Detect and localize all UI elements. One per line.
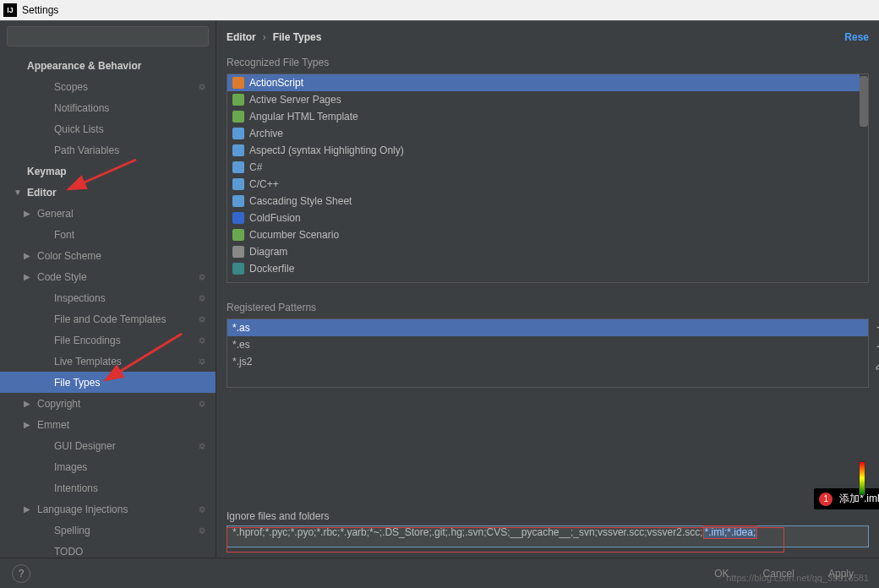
sidebar-item[interactable]: ▶Color Scheme — [0, 245, 216, 266]
chevron-icon: ▶ — [24, 272, 35, 281]
file-type-icon — [232, 212, 244, 224]
sidebar-item[interactable]: Inspections⛭ — [0, 287, 216, 308]
gear-icon: ⛭ — [198, 335, 207, 346]
sidebar-item[interactable]: Appearance & Behavior — [0, 55, 216, 76]
breadcrumb-sep: › — [263, 31, 266, 43]
gear-icon: ⛭ — [198, 441, 207, 451]
pattern-row[interactable]: *.js2 — [227, 353, 868, 370]
file-type-row[interactable]: C/C++ — [227, 176, 868, 193]
sidebar-item[interactable]: File Encodings⛭ — [0, 329, 216, 351]
sidebar-item[interactable]: Font — [0, 224, 216, 245]
edit-button[interactable] — [871, 356, 879, 374]
sidebar-item[interactable]: ▶Copyright⛭ — [0, 393, 216, 414]
file-type-row[interactable]: AspectJ (syntax Highlighting Only) — [227, 142, 868, 159]
window-title: Settings — [22, 4, 58, 16]
patterns-label: Registered Patterns — [216, 298, 879, 318]
file-type-row[interactable]: Active Server Pages — [227, 91, 868, 108]
file-type-label: Diagram — [249, 246, 287, 258]
sidebar-item[interactable]: ▶Language Injections⛭ — [0, 498, 216, 520]
file-type-row[interactable]: Diagram — [227, 243, 868, 260]
sidebar-item[interactable]: ▶Code Style⛭ — [0, 266, 216, 287]
settings-tree[interactable]: Appearance & BehaviorScopes⛭Notification… — [0, 52, 216, 558]
annotation-number: 1 — [819, 493, 833, 506]
content-area: Appearance & BehaviorScopes⛭Notification… — [0, 20, 879, 558]
title-bar: IJ Settings — [0, 0, 879, 20]
sidebar-item-label: Emmet — [37, 419, 69, 431]
app-icon: IJ — [3, 3, 17, 17]
file-type-row[interactable]: Dockerfile — [227, 260, 868, 277]
pattern-row[interactable]: *.as — [227, 319, 868, 336]
file-type-icon — [232, 263, 244, 275]
sidebar-item-label: GUI Designer — [54, 440, 116, 452]
gear-icon: ⛭ — [198, 293, 207, 303]
pattern-row[interactable]: *.es — [227, 336, 868, 353]
file-type-label: Cascading Style Sheet — [249, 195, 352, 207]
file-type-row[interactable]: ActionScript — [227, 74, 868, 91]
breadcrumb-root[interactable]: Editor — [227, 31, 256, 43]
file-type-icon — [232, 195, 244, 207]
reset-link[interactable]: Rese — [844, 31, 869, 43]
file-type-row[interactable]: Cucumber Scenario — [227, 226, 868, 243]
scrollbar[interactable] — [860, 74, 868, 282]
pattern-label: *.as — [232, 322, 250, 334]
sidebar-item-label: Quick Lists — [54, 123, 104, 135]
file-type-label: Dockerfile — [249, 263, 294, 275]
file-type-icon — [232, 229, 244, 241]
file-type-icon — [232, 178, 244, 190]
file-types-list[interactable]: ActionScriptActive Server PagesAngular H… — [227, 74, 869, 283]
patterns-list[interactable]: *.as*.es*.js2 + − — [227, 318, 869, 388]
sidebar-item-label: Color Scheme — [37, 250, 101, 262]
gear-icon: ⛭ — [198, 357, 207, 367]
sidebar-item-label: Inspections — [54, 292, 106, 304]
file-type-label: Cucumber Scenario — [249, 229, 339, 241]
file-type-row[interactable]: C# — [227, 159, 868, 176]
sidebar-item[interactable]: Images — [0, 456, 216, 477]
recognized-label: Recognized File Types — [216, 53, 879, 74]
sidebar-item[interactable]: ▶Emmet — [0, 414, 216, 435]
chevron-icon: ▶ — [24, 504, 35, 514]
sidebar: Appearance & BehaviorScopes⛭Notification… — [0, 21, 216, 558]
chevron-icon: ▶ — [24, 399, 35, 408]
chevron-icon: ▶ — [24, 209, 35, 218]
sidebar-item-label: Spelling — [54, 525, 90, 536]
file-type-row[interactable]: Angular HTML Template — [227, 108, 868, 125]
file-type-icon — [232, 128, 244, 139]
file-type-row[interactable]: ColdFusion — [227, 210, 868, 226]
remove-button[interactable]: − — [871, 337, 879, 356]
sidebar-item[interactable]: File Types — [0, 372, 216, 393]
scrollbar-thumb[interactable] — [860, 76, 868, 127]
sidebar-item-label: Live Templates — [54, 356, 122, 368]
sidebar-item[interactable]: ▶General — [0, 203, 216, 224]
sidebar-item[interactable]: Quick Lists — [0, 118, 216, 139]
sidebar-item-label: File Types — [54, 377, 100, 389]
sidebar-item-label: General — [37, 208, 74, 220]
file-type-label: Archive — [249, 128, 283, 139]
sidebar-item[interactable]: Intentions — [0, 477, 216, 498]
annotation-rect-outer — [227, 527, 784, 553]
sidebar-item[interactable]: Live Templates⛭ — [0, 351, 216, 372]
pattern-label: *.es — [232, 339, 250, 351]
sidebar-item[interactable]: Notifications — [0, 97, 216, 118]
sidebar-item[interactable]: GUI Designer⛭ — [0, 435, 216, 456]
sidebar-item[interactable]: TODO — [0, 541, 216, 558]
gear-icon: ⛭ — [198, 399, 207, 409]
sidebar-item[interactable]: Path Variables — [0, 139, 216, 161]
sidebar-item-label: Appearance & Behavior — [27, 60, 141, 72]
file-type-row[interactable]: Cascading Style Sheet — [227, 193, 868, 210]
sidebar-item[interactable]: File and Code Templates⛭ — [0, 308, 216, 329]
sidebar-item[interactable]: Spelling⛭ — [0, 520, 216, 541]
ignore-section: 1 添加*.iml;*.idea; Ignore files and folde… — [227, 510, 869, 547]
add-button[interactable]: + — [871, 318, 879, 337]
sidebar-item[interactable]: Scopes⛭ — [0, 76, 216, 97]
chevron-icon: ▶ — [24, 251, 35, 260]
sidebar-item[interactable]: Keymap — [0, 161, 216, 182]
search-input[interactable] — [7, 26, 209, 46]
file-type-icon — [232, 161, 244, 173]
help-button[interactable]: ? — [12, 564, 30, 583]
main-panel: Editor › File Types Rese Recognized File… — [216, 21, 879, 558]
sidebar-item-label: Font — [54, 229, 74, 241]
sidebar-item-label: File Encodings — [54, 335, 121, 346]
file-type-label: C/C++ — [249, 178, 279, 190]
sidebar-item[interactable]: ▼Editor — [0, 182, 216, 203]
file-type-row[interactable]: Archive — [227, 125, 868, 142]
